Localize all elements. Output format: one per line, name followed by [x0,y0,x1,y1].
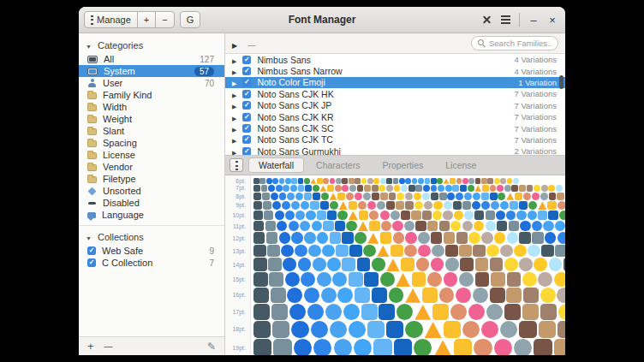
emoji-glyph: 🥾 [490,288,505,303]
emoji-glyph: 👁 [486,304,503,320]
font-row-noto-sans-cjk-kr[interactable]: Noto Sans CJK KR7 Variations [225,111,565,122]
minimize-button[interactable]: – [526,12,541,27]
emoji-strip: 🖥⌨🌂☂☔💧🌊📘🦜⚠✋👳🦩👁🥾🐫🦌💰🙊😢⛄🖥⌨🌂☂☔💧🌊📘🦜⚠✋👳🦩👁🥾🐫🦌💰🙊… [253,258,565,271]
font-row-nimbus-sans-narrow[interactable]: Nimbus Sans Narrow4 Variations [225,65,565,76]
scrollbar-thumb[interactable] [559,75,564,89]
manage-button[interactable]: Manage [84,11,138,28]
font-enabled-checkbox[interactable] [242,56,251,64]
expander-down-icon [86,40,92,50]
font-enabled-checkbox[interactable] [242,135,251,144]
emoji-glyph: 🦩 [462,178,468,184]
collections-header[interactable]: Collections [79,228,224,245]
emoji-glyph: ☂ [289,221,299,231]
sidebar-item-label: All [104,54,114,64]
remove-fonts-button[interactable]: − [155,11,174,28]
row-expander-icon[interactable] [232,146,236,155]
tab-properties[interactable]: Properties [372,157,433,173]
checkbox-checked-icon[interactable] [87,246,96,255]
row-expander-icon[interactable] [232,89,236,99]
waterfall-size-label: 7pt. [225,185,253,191]
row-expander-icon[interactable] [232,100,236,110]
emoji-glyph: 🖥 [519,232,530,243]
sidebar-item-vendor[interactable]: Vendor [79,161,224,173]
emoji-glyph: ☔ [334,339,352,355]
row-expander-icon[interactable] [232,66,236,76]
emoji-glyph: 🦌 [473,245,486,258]
font-row-noto-sans-cjk-jp[interactable]: Noto Sans CJK JP7 Variations [225,100,565,111]
row-expander-icon[interactable] [232,123,236,134]
tab-license[interactable]: License [435,157,486,173]
font-enabled-checkbox[interactable] [242,67,251,75]
font-enabled-checkbox[interactable] [242,113,251,122]
font-row-noto-color-emoji[interactable]: Noto Color Emoji1 Variation [225,77,565,88]
emoji-glyph: 💰 [414,201,423,210]
collection-item-web-safe[interactable]: Web Safe9 [79,245,224,257]
add-fonts-button[interactable]: + [137,11,156,28]
edit-collection-button[interactable] [207,341,216,353]
emoji-glyph: ☂ [279,193,287,200]
sidebar-divider [79,225,224,226]
collection-item-c-collection[interactable]: C Collection7 [79,257,224,269]
select-all-dash-icon[interactable] [247,36,255,51]
emoji-glyph: ☔ [295,211,305,220]
emoji-glyph: 💰 [432,211,442,220]
emoji-strip: 🖥⌨🌂☂☔💧🌊📘🦜⚠✋👳🦩👁🥾🐫🦌💰🙊😢⛄🖥⌨🌂☂☔💧🌊📘🦜⚠✋👳🦩👁🥾🐫🦌💰🙊… [253,201,565,210]
emoji-glyph: ⛄ [486,221,496,231]
close-button[interactable]: × [545,12,560,27]
remove-collection-button[interactable] [104,341,113,351]
app-menu-button[interactable] [498,12,513,27]
row-expander-icon[interactable] [232,77,236,87]
emoji-glyph: 😢 [534,258,547,271]
variations-count: 1 Variation [518,78,557,87]
font-row-noto-sans-gurmukhi[interactable]: Noto Sans Gurmukhi2 Variations [225,145,565,155]
font-enabled-checkbox[interactable] [242,147,251,155]
compare-mode-button[interactable] [479,12,494,27]
sidebar-item-weight[interactable]: Weight [79,113,224,125]
emoji-glyph: ⌨ [262,193,270,200]
font-row-noto-sans-cjk-tc[interactable]: Noto Sans CJK TC7 Variations [225,134,565,145]
sidebar-scroll-area: Categories All127System57User70Family Ki… [79,33,224,336]
sidebar-item-family-kind[interactable]: Family Kind [79,89,224,101]
emoji-glyph: 🌊 [291,178,297,184]
emoji-glyph: 🐫 [539,321,556,338]
add-collection-button[interactable] [87,340,94,353]
google-fonts-button[interactable]: G [180,11,201,28]
sidebar-item-disabled[interactable]: Disabled [79,197,224,209]
font-row-noto-sans-cjk-hk[interactable]: Noto Sans CJK HK7 Variations [225,88,565,99]
search-input[interactable] [489,39,552,48]
sidebar-item-user[interactable]: User70 [79,77,224,89]
row-expander-icon[interactable] [232,134,236,145]
sidebar-item-width[interactable]: Width [79,101,224,113]
sidebar-item-system[interactable]: System57 [79,65,224,77]
tab-waterfall[interactable]: Waterfall [248,157,304,173]
sidebar-item-filetype[interactable]: Filetype [79,173,224,185]
font-enabled-checkbox[interactable] [242,124,251,133]
category-count: 70 [205,79,214,88]
waterfall-size-label: 8pt. [225,193,253,199]
sidebar-item-language[interactable]: Language [79,209,224,221]
emoji-strip: 🖥⌨🌂☂☔💧🌊📘🦜⚠✋👳🦩👁🥾🐫🦌💰🙊😢⛄🖥⌨🌂☂☔💧🌊📘🦜⚠✋👳🦩👁🥾🐫🦌💰🙊… [253,193,565,200]
row-expander-icon[interactable] [232,112,236,122]
checkbox-checked-icon[interactable] [87,258,96,267]
font-enabled-checkbox[interactable] [242,78,251,86]
font-enabled-checkbox[interactable] [242,101,251,110]
font-row-noto-sans-cjk-sc[interactable]: Noto Sans CJK SC7 Variations [225,122,565,134]
emoji-glyph: ⚠ [414,304,431,320]
font-family-name: Noto Sans CJK HK [257,89,333,99]
emoji-glyph: 🌂 [423,185,430,192]
sidebar-item-spacing[interactable]: Spacing [79,137,224,149]
emoji-glyph: 💧 [295,193,303,200]
font-enabled-checkbox[interactable] [242,90,251,98]
expand-all-icon[interactable] [232,36,237,51]
categories-header[interactable]: Categories [79,37,224,53]
sidebar-item-all[interactable]: All127 [79,53,224,65]
sidebar-item-license[interactable]: License [79,149,224,161]
search-box[interactable] [471,36,558,50]
sidebar-item-unsorted[interactable]: Unsorted [79,185,224,197]
tab-characters[interactable]: Characters [306,157,370,173]
sidebar-item-slant[interactable]: Slant [79,125,224,137]
font-row-nimbus-sans[interactable]: Nimbus Sans4 Variations [225,54,565,65]
row-expander-icon[interactable] [232,55,236,65]
preview-menu-button[interactable] [230,158,243,172]
emoji-glyph: ⌨ [261,185,268,192]
